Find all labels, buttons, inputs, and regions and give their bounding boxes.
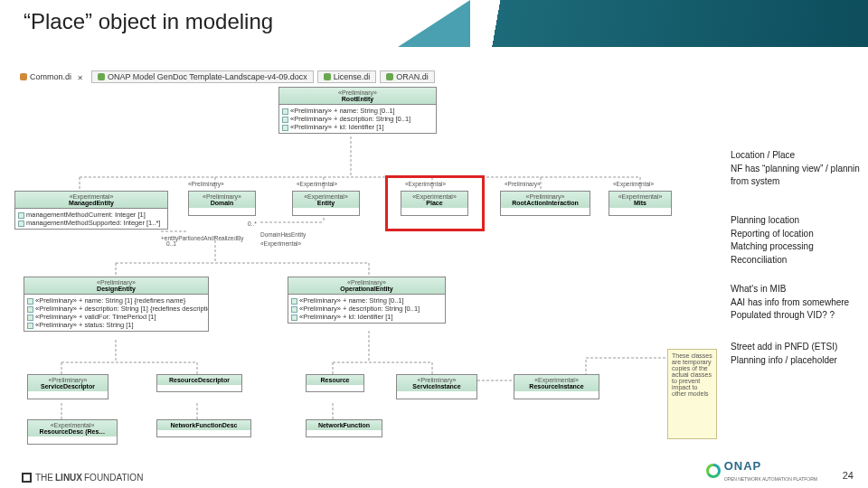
label-experimental3: «Experimental» (613, 181, 654, 187)
header-decor (434, 0, 868, 47)
label-experimental: «Experimental» (297, 181, 337, 187)
note-temp-classes: These classes are temporary copies of th… (667, 349, 717, 439)
onap-icon (706, 464, 721, 478)
class-resource-instance[interactable]: «Experimental»ResourceInstance (514, 374, 599, 399)
connectors (7, 87, 722, 448)
class-network-function-desc[interactable]: NetworkFunctionDesc (156, 419, 251, 437)
label-mult-0n: 0..* (248, 221, 257, 227)
header: “Place” object in modeling (0, 0, 868, 47)
class-network-function[interactable]: NetworkFunction (306, 419, 382, 437)
footer: THE THE LINUX FOUNDATION LINUXFOUNDATION… (0, 463, 868, 483)
class-service-instance[interactable]: «Preliminary»ServiceInstance (396, 374, 477, 399)
class-resource-descriptor[interactable]: ResourceDescriptor (156, 374, 242, 392)
label-experimental4: «Experimental» (260, 240, 301, 247)
class-domain[interactable]: «Preliminary»Domain (188, 191, 256, 216)
side-text-2: Planning location Reporting of location … (731, 215, 866, 267)
class-managed-entity[interactable]: «Experimental»ManagedEntity managementMe… (14, 191, 168, 230)
label-experimental2: «Experimental» (405, 181, 446, 187)
class-operational-entity[interactable]: «Preliminary»OperationalEntity «Prelimin… (288, 277, 446, 324)
uml-canvas: «Preliminary»RootEntity «Preliminary» + … (7, 87, 722, 448)
label-preliminary2: «Preliminary» (505, 181, 541, 187)
class-rai[interactable]: «Preliminary»RootActionInteraction (500, 191, 590, 216)
side-text-1: Location / Place NF has “planning view” … (731, 150, 866, 190)
label-domain-has-entity: DomainHasEntity (260, 231, 306, 238)
tab-icon (324, 73, 331, 80)
tab-icon (98, 73, 105, 80)
linux-foundation-logo: THE THE LINUX FOUNDATION LINUXFOUNDATION (22, 473, 143, 483)
lf-icon (22, 473, 32, 483)
class-resource-desc-exp[interactable]: «Experimental»ResourceDesc (Res… (27, 419, 118, 445)
class-design-entity[interactable]: «Preliminary»DesignEntity «Preliminary» … (24, 277, 209, 332)
page-number: 24 (843, 470, 854, 481)
tab-oran[interactable]: ORAN.di (380, 70, 435, 83)
class-resource[interactable]: Resource (306, 374, 364, 392)
tab-icon (20, 73, 27, 80)
label-preliminary: «Preliminary» (188, 181, 224, 187)
side-text-3: What's in MIB AAI has info from somewher… (731, 284, 866, 324)
class-service-descriptor[interactable]: «Preliminary»ServiceDescriptor (27, 374, 108, 399)
tab-license[interactable]: License.di (317, 70, 377, 83)
label-mult-01: 0..1 (166, 240, 176, 247)
tab-gendoc[interactable]: ONAP Model GenDoc Template-Landscape-v4-… (91, 70, 314, 83)
class-entity[interactable]: «Experimental»Entity (292, 191, 360, 216)
class-root-entity[interactable]: «Preliminary»RootEntity «Preliminary» + … (278, 87, 437, 134)
slide-title: “Place” object in modeling (24, 9, 273, 34)
side-text-4: Street add in PNFD (ETSI) Planning info … (731, 342, 866, 368)
onap-logo: ONAP OPEN NETWORK AUTOMATION PLATFORM (706, 459, 817, 483)
editor-tabs: Common.di⨉ ONAP Model GenDoc Template-La… (7, 70, 722, 83)
tab-icon (386, 73, 393, 80)
class-mits[interactable]: «Experimental»Mits (609, 191, 672, 216)
tab-common[interactable]: Common.di⨉ (14, 70, 88, 83)
diagram-area: Common.di⨉ ONAP Model GenDoc Template-La… (7, 70, 722, 459)
